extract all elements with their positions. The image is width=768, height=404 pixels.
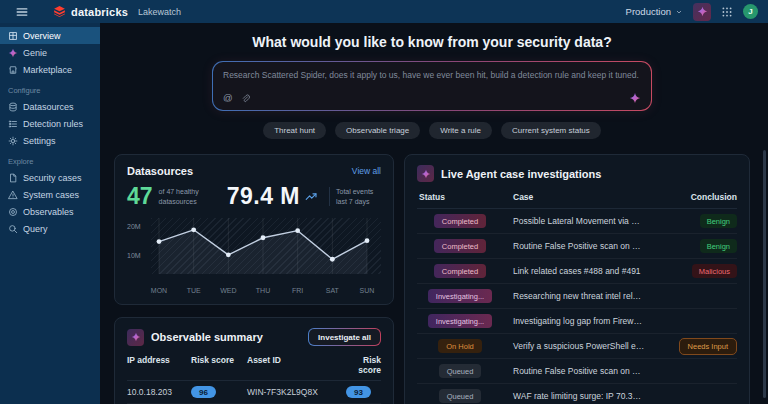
apps-grid-icon[interactable] <box>721 6 733 18</box>
agent-sparkle-badge <box>127 329 144 346</box>
prompt-placeholder: Research Scattered Spider, does it apply… <box>223 70 641 80</box>
x-axis-label: THU <box>256 287 270 294</box>
table-row: CompletedRoutine False Positive scan on … <box>417 234 737 259</box>
sidebar-item-genie[interactable]: Genie <box>0 44 100 61</box>
sidebar-section-explore: Explore <box>0 149 100 169</box>
x-axis-label: MON <box>151 287 167 294</box>
observable-summary-card: Observable summary Investigate all IP ad… <box>114 317 394 404</box>
status-badge: Queued <box>439 364 482 378</box>
environment-label: Production <box>626 6 671 17</box>
brand-name: databricks <box>71 6 128 18</box>
databricks-logo-icon <box>53 5 66 18</box>
attachment-icon[interactable] <box>241 94 250 103</box>
case-text: Possible Lateral Movement via PsExec fro… <box>503 216 645 226</box>
prompt-toolbar: @ <box>223 92 641 104</box>
total-events-caption: Total events last 7 days <box>329 187 381 205</box>
conclusion-badge: Benign <box>700 214 737 228</box>
environment-selector[interactable]: Production <box>626 6 683 17</box>
hamburger-menu-icon[interactable] <box>15 5 29 19</box>
sidebar-section-configure: Configure <box>0 78 100 98</box>
sidebar-item-settings[interactable]: Settings <box>0 132 100 149</box>
sidebar-item-datasources[interactable]: Datasources <box>0 98 100 115</box>
chevron-down-icon <box>675 8 683 16</box>
top-bar: databricks Lakewatch Production J <box>0 0 768 23</box>
status-badge: On Hold <box>438 339 482 353</box>
observables-icon <box>8 207 18 217</box>
conclusion-badge: Benign <box>700 239 737 253</box>
chip-threat-hunt[interactable]: Threat hunt <box>263 122 326 139</box>
y-axis-tick: 20M <box>127 223 147 230</box>
status-badge: Completed <box>434 214 486 228</box>
assistant-button[interactable] <box>693 3 711 21</box>
sidebar-item-query[interactable]: Query <box>0 220 100 237</box>
table-row: Investigating...Investigating log gap fr… <box>417 309 737 334</box>
x-axis-label: SUN <box>360 287 375 294</box>
sparkle-icon <box>131 332 141 342</box>
case-text: Routine False Positive scan on Rule ID 9… <box>503 366 645 376</box>
scrollbar-thumb[interactable] <box>763 150 766 398</box>
y-axis-tick: 10M <box>127 252 147 259</box>
chip-current-system-status[interactable]: Current system status <box>501 122 601 139</box>
table-row: CompletedLink related cases #488 and #49… <box>417 259 737 284</box>
view-all-link[interactable]: View all <box>352 166 381 176</box>
suggestion-chips: Threat huntObservable triageWrite a rule… <box>114 122 750 139</box>
chip-observable-triage[interactable]: Observable triage <box>335 122 420 139</box>
col-status: Status <box>417 192 503 202</box>
case-text: Link related cases #488 and #491 <box>503 266 645 276</box>
investigations-table-header: Status Case Conclusion <box>417 190 737 209</box>
submit-sparkle-icon[interactable] <box>629 92 641 104</box>
sidebar-item-security-cases[interactable]: Security cases <box>0 169 100 186</box>
sidebar-item-marketplace[interactable]: Marketplace <box>0 61 100 78</box>
mention-icon[interactable]: @ <box>223 93 233 103</box>
topbar-actions: Production J <box>626 3 758 21</box>
page-title: What would you like to know from your se… <box>114 34 750 50</box>
table-row: 10.0.18.20396WIN-7F3K2L9Q8X93 <box>127 381 381 404</box>
status-badge: Investigating... <box>428 289 492 303</box>
col-conclusion: Conclusion <box>645 192 737 202</box>
sidebar-item-overview[interactable]: Overview <box>0 27 100 44</box>
col-risk-score-2: Risk score <box>345 355 381 375</box>
sidebar-item-label: Genie <box>23 48 47 58</box>
table-row: QueuedWAF rate limiting surge: IP 70.39.… <box>417 384 737 404</box>
investigate-all-button[interactable]: Investigate all <box>308 328 381 346</box>
healthy-caption: of 47 healthy datasources <box>159 187 211 205</box>
case-text: Routine False Positive scan on Rule ID 9… <box>503 241 645 251</box>
status-badge: Completed <box>434 264 486 278</box>
datasources-card: Datasources View all 47 of 47 healthy da… <box>114 154 394 305</box>
avatar[interactable]: J <box>743 4 758 19</box>
risk-score-badge: 93 <box>346 386 371 398</box>
chip-write-a-rule[interactable]: Write a rule <box>429 122 492 139</box>
conclusion-badge[interactable]: Needs Input <box>679 338 737 355</box>
datasources-stats: 47 of 47 healthy datasources 79.4 M Tota… <box>127 185 381 208</box>
investigations-table-body: CompletedPossible Lateral Movement via P… <box>417 209 737 404</box>
sidebar-item-label: Settings <box>23 136 56 146</box>
query-icon <box>8 224 18 234</box>
system-cases-icon <box>8 190 18 200</box>
detection-rules-icon <box>8 119 18 129</box>
sparkle-icon <box>697 6 708 17</box>
observables-table-header: IP address Risk score Asset ID Risk scor… <box>127 355 381 381</box>
conclusion-badge: Malicious <box>692 264 737 278</box>
sidebar-item-detection-rules[interactable]: Detection rules <box>0 115 100 132</box>
case-text: WAF rate limiting surge: IP 70.39.165.19… <box>503 391 645 401</box>
x-axis-label: SAT <box>326 287 339 294</box>
datasources-title: Datasources <box>127 165 193 177</box>
security-cases-icon <box>8 173 18 183</box>
main-content: What would you like to know from your se… <box>100 23 768 404</box>
col-ip-address: IP address <box>127 355 191 375</box>
chart-plot-area <box>151 218 381 274</box>
observables-table-body: 10.0.18.20396WIN-7F3K2L9Q8X93 <box>127 381 381 404</box>
table-row: QueuedRoutine False Positive scan on Rul… <box>417 359 737 384</box>
genie-icon <box>8 48 18 58</box>
col-case: Case <box>503 192 645 202</box>
workspace-name: Lakewatch <box>138 7 181 17</box>
sidebar-item-label: Security cases <box>23 173 82 183</box>
sidebar-item-observables[interactable]: Observables <box>0 203 100 220</box>
investigations-card: Live Agent case investigations Status Ca… <box>404 154 750 404</box>
overview-icon <box>8 31 18 41</box>
ai-prompt-input[interactable]: Research Scattered Spider, does it apply… <box>212 61 652 111</box>
brand[interactable]: databricks Lakewatch <box>53 5 181 18</box>
sidebar-item-system-cases[interactable]: System cases <box>0 186 100 203</box>
status-badge: Queued <box>439 389 482 403</box>
healthy-count: 47 <box>127 185 153 208</box>
